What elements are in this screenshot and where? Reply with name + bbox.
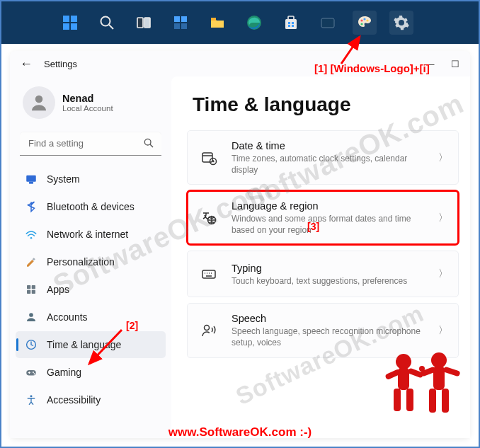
settings-window: ← Settings — ☐ Nenad Local Account [10, 51, 470, 438]
svg-point-24 [360, 23, 362, 25]
search-input[interactable] [20, 132, 161, 156]
sidebar-item-bluetooth[interactable]: Bluetooth & devices [16, 193, 166, 220]
apps-icon [24, 282, 38, 297]
svg-rect-6 [137, 18, 143, 28]
svg-rect-11 [181, 23, 187, 29]
svg-rect-29 [26, 176, 36, 182]
edge-icon[interactable] [242, 11, 266, 35]
svg-point-40 [33, 372, 34, 373]
svg-rect-20 [321, 18, 334, 28]
accessibility-icon [24, 393, 38, 407]
file-explorer-icon[interactable] [205, 11, 229, 35]
search-icon [143, 137, 154, 151]
svg-point-23 [366, 19, 368, 21]
svg-line-28 [150, 144, 153, 147]
sidebar-item-time-language[interactable]: Time & language [16, 331, 166, 358]
network-icon [24, 227, 38, 241]
svg-rect-0 [63, 16, 69, 22]
footer-url: www.SoftwareOK.com :-) [1, 425, 479, 440]
sidebar: Nenad Local Account SystemBluetooth & de… [10, 76, 171, 438]
svg-rect-16 [288, 22, 290, 24]
svg-rect-45 [202, 153, 212, 162]
sidebar-item-accessibility[interactable]: Accessibility [16, 386, 166, 413]
typing-icon [199, 264, 219, 284]
sidebar-item-label: Personalization [47, 256, 115, 268]
card-title: Speech [232, 312, 425, 326]
svg-rect-8 [174, 16, 180, 22]
svg-rect-34 [32, 285, 35, 289]
svg-rect-12 [211, 18, 216, 21]
svg-rect-14 [285, 19, 297, 29]
card-date-time[interactable]: Date & timeTime zones, automatic clock s… [187, 130, 459, 185]
svg-rect-36 [32, 290, 35, 294]
card-typing[interactable]: TypingTouch keyboard, text suggestions, … [187, 251, 459, 297]
svg-rect-30 [30, 183, 33, 184]
maximize-button[interactable]: ☐ [450, 59, 460, 69]
store-icon[interactable] [279, 11, 303, 35]
back-button[interactable]: ← [20, 57, 33, 71]
sidebar-item-personalization[interactable]: Personalization [16, 248, 166, 275]
widgets-icon[interactable] [168, 11, 193, 35]
sidebar-item-apps[interactable]: Apps [16, 276, 166, 303]
mail-icon[interactable] [316, 11, 340, 35]
lang-region-icon [199, 208, 219, 228]
sidebar-item-gaming[interactable]: Gaming [16, 359, 166, 386]
taskbar [1, 1, 479, 44]
svg-rect-49 [202, 270, 215, 278]
svg-point-27 [144, 139, 151, 145]
avatar-icon [23, 86, 55, 119]
svg-point-31 [30, 237, 33, 239]
svg-point-55 [205, 326, 210, 331]
card-title: Date & time [232, 139, 425, 153]
card-desc: Windows and some apps format dates and t… [232, 213, 425, 236]
start-button[interactable] [58, 11, 82, 35]
svg-point-22 [363, 18, 365, 20]
sidebar-item-network[interactable]: Network & internet [16, 221, 166, 248]
card-title: Typing [232, 262, 425, 275]
svg-rect-1 [71, 16, 77, 22]
svg-line-5 [109, 25, 113, 29]
svg-point-21 [360, 19, 362, 21]
minimize-button[interactable]: — [425, 59, 435, 69]
svg-point-37 [29, 313, 33, 317]
svg-rect-32 [33, 258, 35, 260]
chevron-right-icon: 〉 [438, 268, 448, 280]
paint-icon[interactable] [353, 11, 377, 35]
svg-rect-3 [71, 23, 77, 30]
search-icon[interactable] [95, 11, 119, 35]
svg-rect-33 [27, 285, 30, 289]
settings-cards: Date & timeTime zones, automatic clock s… [171, 130, 470, 358]
svg-rect-17 [292, 22, 294, 24]
sidebar-item-label: System [47, 173, 80, 185]
svg-rect-43 [29, 372, 30, 374]
gaming-icon [24, 365, 38, 379]
card-desc: Speech language, speech recognition micr… [232, 326, 425, 348]
svg-rect-18 [288, 25, 290, 27]
sidebar-nav: SystemBluetooth & devicesNetwork & inter… [16, 166, 166, 413]
profile-block[interactable]: Nenad Local Account [16, 81, 166, 130]
bluetooth-icon [24, 200, 38, 214]
task-view-icon[interactable] [132, 11, 156, 35]
svg-rect-9 [181, 16, 187, 22]
speech-icon [199, 321, 219, 340]
personalization-icon [24, 255, 38, 269]
card-speech[interactable]: SpeechSpeech language, speech recognitio… [187, 303, 459, 357]
settings-taskbar-icon[interactable] [389, 11, 413, 35]
search-box[interactable] [20, 132, 161, 156]
system-icon [24, 172, 38, 186]
svg-point-41 [34, 373, 35, 374]
sidebar-item-label: Accessibility [47, 394, 101, 406]
sidebar-item-system[interactable]: System [16, 166, 166, 193]
svg-point-44 [30, 395, 33, 397]
sidebar-item-accounts[interactable]: Accounts [16, 304, 166, 331]
profile-name: Nenad [62, 93, 113, 104]
svg-rect-19 [292, 25, 294, 27]
chevron-right-icon: 〉 [438, 324, 448, 337]
svg-rect-39 [26, 370, 36, 376]
card-lang-region[interactable]: Language & regionWindows and some apps f… [187, 190, 459, 245]
card-desc: Time zones, automatic clock settings, ca… [232, 153, 425, 176]
content-area: Time & language Date & timeTime zones, a… [171, 76, 470, 438]
date-time-icon [199, 148, 219, 168]
chevron-right-icon: 〉 [438, 151, 448, 164]
accounts-icon [24, 310, 38, 324]
